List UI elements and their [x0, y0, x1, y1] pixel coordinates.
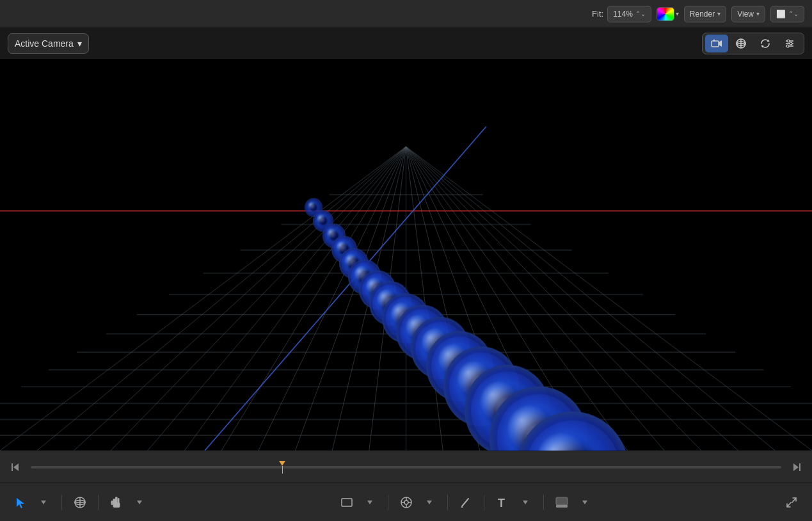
scene-canvas[interactable]: [0, 59, 812, 451]
separator-6: [543, 495, 544, 510]
svg-marker-15: [793, 463, 799, 471]
svg-rect-0: [712, 41, 719, 47]
layout-button[interactable]: ⬜ ⌃⌄: [770, 6, 804, 22]
svg-line-38: [462, 499, 468, 506]
select-tool-group: [10, 492, 54, 513]
timeline-end-button[interactable]: [788, 458, 806, 476]
fit-chevron-icon: ⌃⌄: [635, 10, 646, 17]
svg-marker-30: [367, 501, 372, 504]
svg-rect-26: [113, 502, 120, 508]
svg-point-2: [713, 40, 715, 42]
timeline-start-button[interactable]: [6, 458, 24, 476]
text-tool-button[interactable]: T: [492, 492, 513, 513]
svg-marker-37: [427, 501, 432, 504]
timeline-bar: [0, 451, 812, 483]
layout-icon: ⬜: [776, 10, 786, 19]
layout-chevron-icon: ⌃⌄: [788, 10, 799, 17]
svg-rect-16: [799, 463, 800, 471]
viewport-header: Active Camera ▾: [0, 28, 812, 59]
viewport-area: Active Camera ▾: [0, 28, 812, 483]
arrow-tool-button[interactable]: [10, 492, 31, 513]
viewport-icon-group: [702, 33, 804, 54]
svg-point-11: [790, 42, 792, 45]
hand-tool-group: [106, 492, 150, 513]
color-swatch[interactable]: [657, 7, 674, 21]
arrow-chevron-button[interactable]: [33, 492, 54, 513]
rect-chevron-button[interactable]: [360, 492, 380, 513]
svg-rect-42: [556, 497, 568, 505]
color-chevron-button[interactable]: [575, 492, 595, 513]
render-button[interactable]: Render ▾: [684, 6, 726, 22]
expand-button[interactable]: [781, 492, 802, 513]
hand-chevron-button[interactable]: [129, 492, 150, 513]
hand-tool-button[interactable]: [106, 492, 127, 513]
render-label: Render: [690, 10, 715, 19]
text-tool-group: T: [492, 492, 536, 513]
camera-label: Active Camera: [15, 38, 74, 49]
render-chevron-icon: ▾: [717, 10, 720, 17]
separator-1: [61, 495, 62, 510]
rotate-view-button[interactable]: [754, 35, 777, 52]
playhead-line: [282, 466, 283, 474]
separator-5: [484, 495, 484, 510]
svg-marker-39: [461, 506, 463, 508]
svg-marker-28: [137, 501, 142, 504]
view-button[interactable]: View ▾: [731, 6, 765, 22]
color-swatch-group: ▾: [657, 7, 679, 21]
svg-rect-43: [556, 505, 568, 508]
svg-rect-27: [111, 501, 113, 505]
svg-text:T: T: [498, 497, 505, 508]
separator-3: [388, 495, 388, 510]
timeline-track[interactable]: [31, 466, 781, 469]
camera-chevron-icon: ▾: [77, 38, 82, 49]
svg-marker-13: [13, 463, 19, 471]
svg-point-10: [787, 40, 790, 42]
rect-tool-group: [337, 492, 380, 513]
top-toolbar: Fit: 114% ⌃⌄ ▾ Render ▾ View ▾ ⬜ ⌃⌄: [0, 0, 812, 28]
camera-dropdown[interactable]: Active Camera ▾: [8, 33, 89, 54]
color-chevron-icon: ▾: [676, 10, 679, 17]
settings-view-button[interactable]: [778, 35, 801, 52]
view-chevron-icon: ▾: [756, 10, 760, 17]
pen-tool-button[interactable]: [396, 492, 417, 513]
color-tool-group: [552, 492, 595, 513]
fit-label: Fit:: [592, 9, 603, 19]
svg-line-45: [792, 498, 797, 503]
svg-rect-29: [342, 499, 352, 506]
pencil-tool-button[interactable]: [456, 492, 476, 513]
pen-tool-group: [396, 492, 440, 513]
timeline-playhead: [278, 461, 286, 474]
rect-tool-button[interactable]: [337, 492, 357, 513]
svg-rect-14: [12, 463, 13, 471]
svg-marker-44: [582, 501, 587, 504]
separator-2: [98, 495, 99, 510]
text-chevron-button[interactable]: [515, 492, 536, 513]
svg-line-46: [787, 502, 792, 507]
bottom-toolbar: T: [0, 483, 812, 521]
separator-4: [447, 495, 448, 510]
camera-view-button[interactable]: [705, 35, 728, 52]
playhead-triangle-icon: [279, 461, 285, 466]
svg-marker-17: [17, 498, 24, 508]
fit-value: 114%: [613, 10, 633, 19]
fit-button[interactable]: 114% ⌃⌄: [607, 6, 651, 22]
color-tool-button[interactable]: [552, 492, 572, 513]
view-label: View: [737, 10, 754, 19]
svg-marker-41: [523, 501, 528, 504]
orbit-tool-button[interactable]: [70, 492, 90, 513]
orbit-view-button[interactable]: [729, 35, 752, 52]
svg-point-32: [404, 501, 408, 504]
svg-point-12: [786, 45, 789, 47]
fit-controls: Fit: 114% ⌃⌄: [592, 6, 651, 22]
svg-marker-18: [41, 501, 46, 504]
pen-chevron-button[interactable]: [419, 492, 440, 513]
